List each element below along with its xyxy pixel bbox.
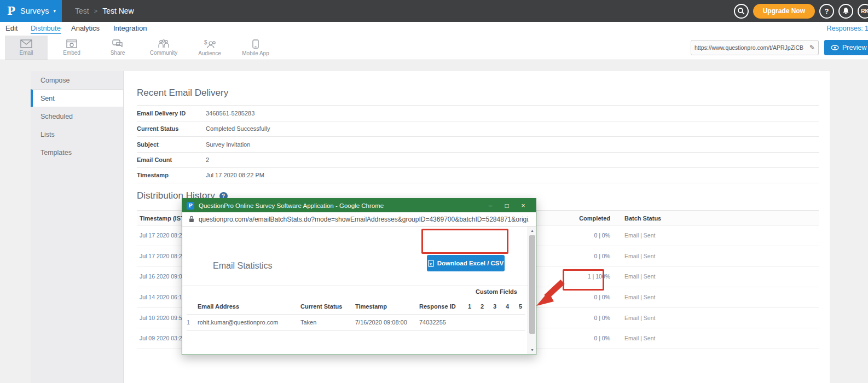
field-value: Jul 17 2020 08:22 PM xyxy=(206,172,264,178)
search-button[interactable] xyxy=(734,4,749,19)
survey-url-input[interactable] xyxy=(695,44,807,51)
edit-url-icon[interactable]: ✎ xyxy=(809,44,815,51)
download-excel-csv-button[interactable]: x Download Excel / CSV xyxy=(427,255,505,271)
toolbar-item-label: Mobile App xyxy=(242,50,269,56)
col-cf-2: 2 xyxy=(481,303,484,310)
window-body: Email Statistics x Download Excel / CSV … xyxy=(182,227,536,354)
window-title: QuestionPro Online Survey Software Appli… xyxy=(199,202,482,209)
toolbar-item-email[interactable]: Email xyxy=(5,36,48,60)
col-cf-4: 4 xyxy=(506,303,509,310)
help-button[interactable]: ? xyxy=(819,4,834,19)
field-row: Subject Survey Invitation xyxy=(137,136,819,152)
field-value: 2 xyxy=(206,156,209,163)
tab-distribute[interactable]: Distribute xyxy=(31,24,61,34)
breadcrumb-current: Test New xyxy=(102,7,134,15)
row-batch-status: Email | Sent xyxy=(624,315,655,321)
window-titlebar[interactable]: P QuestionPro Online Survey Software App… xyxy=(182,199,536,212)
col-current-status: Current Status xyxy=(300,303,342,310)
toolbar-item-embed[interactable]: Embed xyxy=(50,36,93,60)
col-response-id: Response ID xyxy=(419,303,456,310)
avatar-initials: RK xyxy=(861,8,868,14)
notifications-button[interactable] xyxy=(838,4,853,19)
toolbar-item-audience[interactable]: $ Audience xyxy=(188,36,231,60)
field-label: Subject xyxy=(137,141,206,148)
row-batch-status: Email | Sent xyxy=(624,273,655,280)
preview-button[interactable]: Preview xyxy=(824,40,868,55)
mobile-app-icon xyxy=(252,39,259,49)
col-cf-3: 3 xyxy=(493,303,496,310)
lock-icon xyxy=(189,216,194,223)
row-timestamp-link[interactable]: Jul 10 2020 09:59 xyxy=(140,315,186,321)
recent-email-delivery-title: Recent Email Delivery xyxy=(137,88,228,98)
upgrade-now-button[interactable]: Upgrade Now xyxy=(753,4,815,19)
field-label: Email Count xyxy=(137,156,206,163)
minimize-button[interactable]: – xyxy=(482,202,499,210)
responses-count[interactable]: Responses: 14 xyxy=(827,25,868,32)
sidebar-item-sent[interactable]: Sent xyxy=(31,89,123,107)
breadcrumb-parent[interactable]: Test xyxy=(75,7,89,15)
sidebar-item-templates[interactable]: Templates xyxy=(31,143,123,161)
row-batch-status: Email | Sent xyxy=(624,335,655,341)
topbar-actions: Upgrade Now ? RK xyxy=(734,0,868,22)
field-row: Email Count 2 xyxy=(137,152,819,168)
close-button[interactable]: × xyxy=(515,202,531,210)
top-bar: P Surveys ▾ Test > Test New Upgrade Now … xyxy=(0,0,868,22)
audience-icon: $ xyxy=(203,39,216,49)
tab-integration[interactable]: Integration xyxy=(113,24,147,32)
toolbar-item-label: Audience xyxy=(198,50,221,56)
col-cf-1: 1 xyxy=(468,303,471,310)
tab-edit[interactable]: Edit xyxy=(5,24,18,32)
field-label: Timestamp xyxy=(137,172,206,178)
divider xyxy=(187,330,525,331)
row-email: rohit.kumar@questionpro.com xyxy=(198,319,279,326)
col-timestamp: Timestamp (IST) xyxy=(140,215,186,222)
tab-analytics[interactable]: Analytics xyxy=(71,24,100,32)
svg-text:$: $ xyxy=(204,39,207,45)
embed-icon xyxy=(66,39,77,48)
address-url[interactable]: questionpro.com/a/emailBatchStats.do?mod… xyxy=(199,216,529,223)
row-batch-status: Email | Sent xyxy=(624,294,655,300)
toolbar-item-label: Email xyxy=(19,50,33,56)
breadcrumb: Test > Test New xyxy=(75,0,134,22)
svg-text:x: x xyxy=(430,262,432,265)
scroll-down-icon[interactable]: ▼ xyxy=(528,348,536,352)
maximize-button[interactable]: □ xyxy=(499,202,515,210)
row-batch-status: Email | Sent xyxy=(624,253,655,259)
row-status: Taken xyxy=(300,319,316,326)
sidebar-item-compose[interactable]: Compose xyxy=(31,71,123,89)
toolbar-item-community[interactable]: Community xyxy=(142,36,185,60)
address-bar[interactable]: questionpro.com/a/emailBatchStats.do?mod… xyxy=(182,212,536,227)
survey-url-field[interactable]: ✎ xyxy=(691,40,819,55)
distribute-toolbar: Email Embed Share Community $ xyxy=(0,36,868,60)
recent-email-delivery-fields: Email Delivery ID 3468561-5285283 Curren… xyxy=(137,105,819,183)
field-value: Survey Invitation xyxy=(206,141,250,148)
help-icon: ? xyxy=(825,7,829,15)
chevron-down-icon: ▾ xyxy=(53,8,56,14)
surveys-menu-label: Surveys xyxy=(20,7,49,15)
toolbar-item-mobile-app[interactable]: Mobile App xyxy=(234,36,277,60)
col-cf-5: 5 xyxy=(519,303,522,310)
sidebar-item-scheduled[interactable]: Scheduled xyxy=(31,107,123,125)
sidebar-item-lists[interactable]: Lists xyxy=(31,125,123,143)
surveys-menu[interactable]: P Surveys ▾ xyxy=(0,0,62,22)
toolbar-item-share[interactable]: Share xyxy=(96,36,139,60)
scroll-up-icon[interactable]: ▲ xyxy=(528,229,536,233)
avatar[interactable]: RK xyxy=(858,4,868,19)
toolbar-item-label: Community xyxy=(150,50,178,56)
community-icon xyxy=(158,39,170,48)
questionpro-logo-icon: P xyxy=(7,4,15,18)
custom-fields-group-header: Custom Fields xyxy=(467,288,526,295)
field-value: 3468561-5285283 xyxy=(206,110,254,117)
email-icon xyxy=(20,39,32,48)
email-sidebar: Compose Sent Scheduled Lists Templates xyxy=(31,71,124,383)
row-timestamp-link[interactable]: Jul 09 2020 03:26 xyxy=(140,335,186,341)
field-label: Current Status xyxy=(137,125,206,132)
field-row: Current Status Completed Successfully xyxy=(137,121,819,137)
field-row: Email Delivery ID 3468561-5285283 xyxy=(137,105,819,121)
scrollbar-thumb[interactable] xyxy=(529,235,535,334)
email-statistics-title: Email Statistics xyxy=(213,261,272,271)
row-timestamp-link[interactable]: Jul 16 2020 09:06 xyxy=(140,273,186,280)
col-email-address: Email Address xyxy=(198,303,239,310)
row-index: 1 xyxy=(187,319,190,326)
popup-scrollbar[interactable]: ▲ ▼ xyxy=(528,227,536,354)
